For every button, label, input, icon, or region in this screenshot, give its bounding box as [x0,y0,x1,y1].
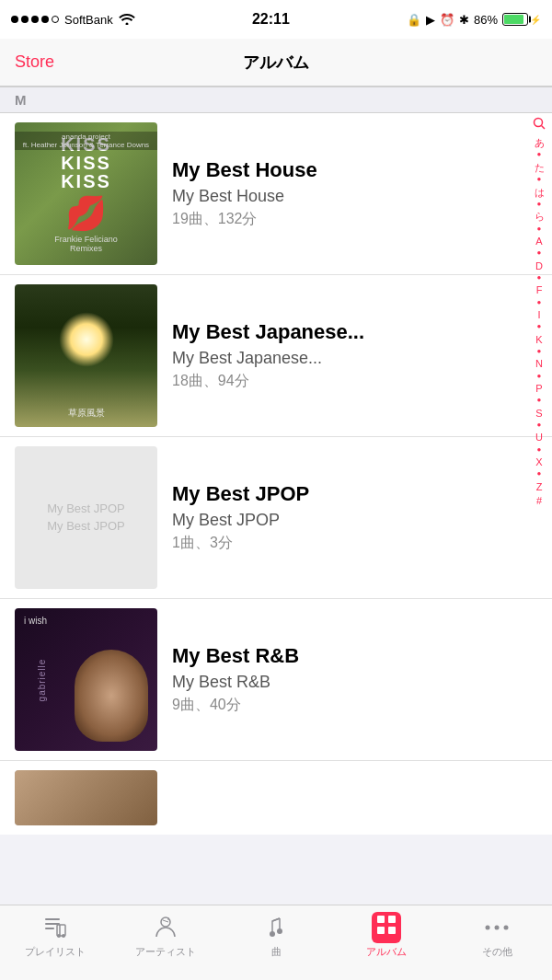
svg-line-1 [542,126,546,130]
index-item-K[interactable]: K [529,333,549,346]
album-meta: 19曲、132分 [172,210,537,229]
tab-playlist[interactable]: プレイリスト [0,913,110,959]
album-title: My Best House [172,158,537,182]
index-item-ta[interactable]: た [529,161,549,174]
index-item-ha[interactable]: は [529,186,549,199]
index-dot-14: ● [529,469,549,478]
index-item-X[interactable]: X [529,455,549,468]
playlist-icon [42,913,68,942]
index-dot-8: ● [529,322,549,331]
index-dot-12: ● [529,421,549,430]
svg-rect-17 [388,927,396,934]
location-icon: ▶ [426,13,435,27]
album-row[interactable]: ananda projectft. Heather Johnson & Terr… [0,113,552,275]
album-info: My Best Japanese... My Best Japanese... … [172,320,537,390]
tab-more-label: その他 [482,945,512,959]
index-item-a[interactable]: あ [529,136,549,149]
index-bar[interactable]: あ ● た ● は ● ら ● A ● D ● F ● I ● K ● N ● … [526,113,552,511]
index-dot-6: ● [529,273,549,282]
svg-point-20 [504,926,509,930]
index-item-S[interactable]: S [529,407,549,420]
index-dot-7: ● [529,298,549,307]
index-item-Z[interactable]: Z [529,480,549,493]
index-item-hash[interactable]: # [529,494,549,507]
album-row[interactable]: My Best JPOPMy Best JPOP My Best JPOP My… [0,437,552,599]
nav-bar: Store アルバム [0,39,552,86]
tab-album[interactable]: アルバム [331,913,442,959]
album-icon [372,913,401,942]
svg-point-18 [486,926,490,930]
tab-bar: プレイリスト アーティスト 曲 [0,905,552,980]
album-subtitle: My Best JPOP [172,511,537,530]
index-dot-3: ● [529,200,549,209]
index-dot-2: ● [529,175,549,184]
index-item-I[interactable]: I [529,308,549,321]
tab-artist-label: アーティスト [135,945,196,959]
index-dot-4: ● [529,225,549,234]
album-art-rnb: i wish gabrielle [15,608,157,751]
album-title: My Best R&B [172,644,537,668]
index-dot-1: ● [529,150,549,159]
main-content: M あ ● た ● は ● ら ● A ● D ● F ● I [0,86,552,910]
album-row[interactable]: i wish gabrielle My Best R&B My Best R&B… [0,599,552,761]
index-search-icon[interactable] [529,117,549,133]
album-subtitle: My Best R&B [172,673,537,692]
song-icon [263,913,289,942]
album-art-kiss: ananda projectft. Heather Johnson & Terr… [15,122,157,265]
status-left: SoftBank [11,12,135,28]
svg-point-7 [57,934,61,938]
album-meta: 9曲、40分 [172,696,537,715]
index-item-D[interactable]: D [529,259,549,272]
tab-song[interactable]: 曲 [221,913,331,959]
album-row[interactable]: 草原風景 My Best Japanese... My Best Japanes… [0,275,552,437]
svg-point-12 [270,931,275,937]
svg-rect-15 [388,916,396,923]
album-subtitle: My Best Japanese... [172,349,537,368]
tab-album-label: アルバム [366,945,407,959]
index-item-ra[interactable]: ら [529,210,549,223]
index-dot-5: ● [529,248,549,258]
album-art-japanese: 草原風景 [15,284,157,427]
svg-point-0 [535,119,543,127]
status-bar: SoftBank 22:11 🔒 ▶ ⏰ ✱ 86% ⚡ [0,0,552,39]
album-list: あ ● た ● は ● ら ● A ● D ● F ● I ● K ● N ● … [0,113,552,835]
album-meta: 18曲、94分 [172,372,537,391]
section-header-m: M [0,86,552,113]
store-button[interactable]: Store [15,52,54,72]
index-item-N[interactable]: N [529,357,549,370]
svg-rect-4 [45,928,54,929]
index-dot-11: ● [529,396,549,405]
index-dot-13: ● [529,445,549,455]
signal-icon [11,16,59,23]
album-row-partial[interactable] [0,761,552,835]
album-art-partial [15,770,157,825]
index-item-A[interactable]: A [529,235,549,248]
clock: 22:11 [252,11,290,28]
tab-song-label: 曲 [271,945,282,959]
wifi-icon [119,12,135,28]
bluetooth-icon: ✱ [459,13,469,27]
status-right: 🔒 ▶ ⏰ ✱ 86% ⚡ [407,13,541,27]
album-title: My Best Japanese... [172,320,537,344]
artist-icon [153,913,178,942]
battery-percent: 86% [474,13,498,27]
svg-rect-14 [377,916,385,923]
svg-line-10 [163,920,168,922]
index-item-U[interactable]: U [529,431,549,444]
carrier-label: SoftBank [64,13,113,27]
index-dot-9: ● [529,347,549,356]
album-subtitle: My Best House [172,187,537,206]
album-title: My Best JPOP [172,482,537,506]
svg-point-8 [62,934,65,938]
lock-icon: 🔒 [407,13,421,27]
index-dot-10: ● [529,372,549,381]
svg-rect-2 [45,918,60,920]
tab-artist[interactable]: アーティスト [110,913,221,959]
index-item-P[interactable]: P [529,382,549,395]
index-item-F[interactable]: F [529,283,549,296]
svg-point-13 [277,928,282,934]
more-icon [484,913,510,942]
svg-point-19 [495,926,500,930]
album-info: My Best R&B My Best R&B 9曲、40分 [172,644,537,714]
tab-more[interactable]: その他 [442,913,552,959]
